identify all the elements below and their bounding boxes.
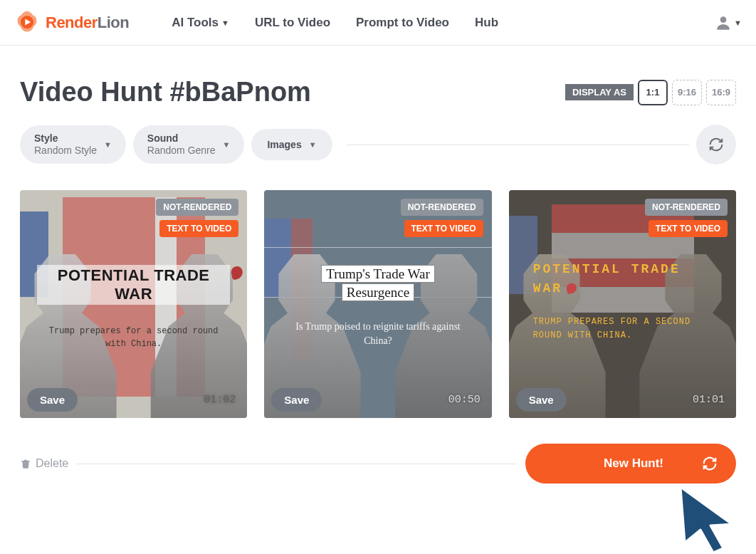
new-hunt-button[interactable]: New Hunt!: [525, 444, 736, 484]
app-header: RenderLion AI Tools ▼ URL to Video Promp…: [0, 0, 756, 46]
status-badge: NOT-RENDERED: [645, 199, 728, 216]
status-badge: NOT-RENDERED: [401, 199, 483, 216]
filter-style-value: Random Style: [34, 145, 97, 157]
filter-sound-value: Random Genre: [147, 145, 216, 157]
refresh-icon: [708, 137, 724, 152]
nav-ai-tools[interactable]: AI Tools ▼: [172, 16, 229, 30]
type-badge: TEXT TO VIDEO: [404, 220, 483, 237]
save-button[interactable]: Save: [27, 388, 78, 412]
status-badge: NOT-RENDERED: [156, 199, 238, 216]
svg-point-1: [720, 16, 727, 23]
type-badge: TEXT TO VIDEO: [159, 220, 238, 237]
display-as-group: DISPLAY AS 1:1 9:16 16:9: [565, 80, 736, 105]
refresh-icon: [702, 456, 718, 471]
brand-name: RenderLion: [46, 14, 129, 32]
logo-icon: [14, 10, 40, 36]
delete-label: Delete: [36, 457, 68, 470]
chevron-down-icon: ▼: [734, 19, 742, 27]
nav-hub[interactable]: Hub: [475, 16, 498, 30]
type-badge: TEXT TO VIDEO: [649, 220, 728, 237]
video-grid: NOT-RENDERED TEXT TO VIDEO POTENTIAL TRA…: [0, 164, 756, 418]
duration: 01:02: [204, 394, 236, 406]
video-card[interactable]: NOT-RENDERED TEXT TO VIDEO POTENTIAL TRA…: [509, 190, 736, 418]
divider: [347, 145, 689, 145]
save-button[interactable]: Save: [516, 388, 567, 412]
aspect-9-16[interactable]: 9:16: [672, 80, 702, 105]
chevron-down-icon: ▼: [221, 19, 229, 27]
filter-sound[interactable]: Sound Random Genre ▼: [133, 125, 245, 164]
card-title: Trump's Trade WarResurgence: [321, 265, 434, 301]
aspect-1-1[interactable]: 1:1: [638, 80, 668, 105]
filter-style-label: Style: [34, 132, 97, 145]
bottom-row: Delete New Hunt!: [0, 418, 756, 484]
user-icon: [714, 14, 733, 32]
page-title: Video Hunt #bBaPnom: [20, 77, 311, 108]
video-card[interactable]: NOT-RENDERED TEXT TO VIDEO POTENTIAL TRA…: [20, 190, 247, 418]
nav-prompt-to-video[interactable]: Prompt to Video: [356, 16, 449, 30]
filter-images[interactable]: Images ▼: [251, 129, 332, 160]
card-subtitle: Trump prepares for a second round with C…: [37, 325, 230, 350]
new-hunt-label: New Hunt!: [604, 456, 663, 471]
duration: 00:50: [448, 394, 481, 406]
delete-button[interactable]: Delete: [20, 457, 68, 470]
card-title: POTENTIAL TRADE WAR: [37, 265, 230, 305]
chevron-down-icon: ▼: [309, 140, 317, 149]
display-as-label: DISPLAY AS: [565, 84, 634, 100]
nav-url-to-video[interactable]: URL to Video: [255, 16, 330, 30]
card-title: POTENTIAL TRADE WAR: [526, 260, 719, 298]
filter-sound-label: Sound: [147, 132, 216, 145]
main-nav: AI Tools ▼ URL to Video Prompt to Video …: [172, 16, 498, 30]
title-row: Video Hunt #bBaPnom DISPLAY AS 1:1 9:16 …: [0, 46, 756, 108]
chevron-down-icon: ▼: [223, 140, 231, 149]
filter-style[interactable]: Style Random Style ▼: [20, 125, 126, 164]
video-card[interactable]: NOT-RENDERED TEXT TO VIDEO Trump's Trade…: [264, 190, 491, 418]
refresh-button[interactable]: [696, 125, 736, 164]
trash-icon: [20, 457, 31, 470]
aspect-16-9[interactable]: 16:9: [706, 80, 736, 105]
nav-ai-tools-label: AI Tools: [172, 16, 219, 30]
cursor-illustration: [676, 484, 740, 554]
chevron-down-icon: ▼: [104, 140, 112, 149]
filter-images-label: Images: [267, 139, 301, 150]
save-button[interactable]: Save: [271, 388, 322, 412]
brand-logo[interactable]: RenderLion: [14, 10, 129, 36]
divider: [77, 464, 517, 464]
duration: 01:01: [693, 394, 725, 406]
filter-row: Style Random Style ▼ Sound Random Genre …: [0, 108, 756, 164]
account-menu[interactable]: ▼: [714, 14, 742, 32]
card-subtitle: Is Trump poised to reignite tariffs agai…: [281, 320, 474, 347]
card-subtitle: TRUMP PREPARES FOR A SECOND ROUND WITH C…: [526, 315, 719, 343]
